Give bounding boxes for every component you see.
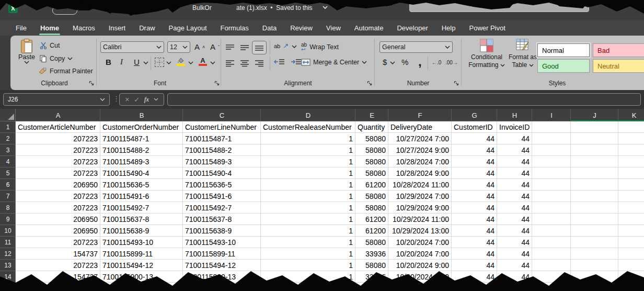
cell-A4[interactable]: 207223 bbox=[16, 156, 100, 167]
underline-button[interactable]: U bbox=[134, 58, 140, 66]
row-header-6[interactable]: 6 bbox=[0, 179, 16, 191]
cell-D9[interactable]: 1 bbox=[261, 214, 355, 225]
cell-C1[interactable]: CustomerLineNumber bbox=[183, 121, 261, 133]
cell-F3[interactable]: 10/27/2024 9:00 bbox=[388, 144, 452, 156]
accounting-format-button[interactable]: $ bbox=[383, 58, 387, 66]
row-header-4[interactable]: 4 bbox=[0, 156, 16, 167]
decrease-decimal-button[interactable]: .00→ bbox=[445, 60, 458, 65]
align-bottom-button[interactable] bbox=[252, 41, 267, 54]
tab-view[interactable]: View bbox=[319, 21, 348, 35]
row-header-13[interactable]: 13 bbox=[0, 260, 16, 271]
cell-D5[interactable]: 1 bbox=[261, 167, 355, 179]
cell-B3[interactable]: 7100115488-2 bbox=[100, 144, 183, 156]
cell-A13[interactable]: 207223 bbox=[16, 260, 100, 271]
row-header-8[interactable]: 8 bbox=[0, 202, 16, 214]
cell-A5[interactable]: 207223 bbox=[16, 167, 100, 179]
tab-developer[interactable]: Developer bbox=[390, 21, 434, 35]
orientation-button[interactable]: ab↗ bbox=[274, 42, 289, 50]
cell-E14[interactable]: 33936 bbox=[355, 271, 388, 283]
cell-I1[interactable] bbox=[532, 121, 571, 133]
column-header-J[interactable]: J bbox=[571, 109, 618, 121]
cell-H5[interactable]: 44 bbox=[497, 167, 532, 179]
cell-G9[interactable]: 44 bbox=[452, 214, 497, 225]
cell-D14[interactable]: 1 bbox=[261, 271, 355, 283]
cell-F2[interactable]: 10/27/2024 7:00 bbox=[388, 133, 452, 144]
cell-A10[interactable]: 206950 bbox=[16, 225, 100, 237]
cell-J14[interactable] bbox=[571, 271, 618, 283]
cell-D1[interactable]: CustomerRealeaseNumber bbox=[261, 121, 355, 133]
cell-D8[interactable]: 1 bbox=[261, 202, 355, 214]
cell-I7[interactable] bbox=[532, 191, 571, 202]
alignment-dialog-launcher-icon[interactable] bbox=[367, 81, 372, 86]
cell-B14[interactable]: 7100115900-13 bbox=[100, 271, 183, 283]
cell-H11[interactable]: 44 bbox=[497, 237, 532, 248]
decrease-indent-button[interactable] bbox=[274, 59, 285, 66]
cell-A1[interactable]: CustomerArticleNumber bbox=[16, 121, 100, 133]
style-normal[interactable]: Normal bbox=[537, 43, 590, 57]
title-chevron-down-icon[interactable] bbox=[322, 5, 328, 9]
tab-macros[interactable]: Macros bbox=[66, 21, 102, 35]
align-middle-icon[interactable] bbox=[239, 44, 250, 51]
cell-C13[interactable]: 7100115494-12 bbox=[183, 260, 261, 271]
cell-A11[interactable]: 207223 bbox=[16, 237, 100, 248]
cell-G11[interactable]: 44 bbox=[452, 237, 497, 248]
merge-center-button[interactable]: Merge & Center bbox=[301, 59, 367, 66]
cell-H9[interactable]: 44 bbox=[497, 214, 532, 225]
tab-formulas[interactable]: Formulas bbox=[214, 21, 256, 35]
cell-I8[interactable] bbox=[532, 202, 571, 214]
cell-B2[interactable]: 7100115487-1 bbox=[100, 133, 183, 144]
name-box[interactable]: J26 bbox=[3, 93, 110, 106]
cell-G3[interactable]: 44 bbox=[452, 144, 497, 156]
cell-K5[interactable] bbox=[618, 167, 644, 179]
italic-button[interactable]: I bbox=[120, 58, 123, 66]
number-format-select[interactable]: General bbox=[380, 41, 453, 53]
cell-J11[interactable] bbox=[571, 237, 618, 248]
cell-B5[interactable]: 7100115490-4 bbox=[100, 167, 183, 179]
cell-D12[interactable]: 1 bbox=[261, 248, 355, 260]
tab-insert[interactable]: Insert bbox=[102, 21, 133, 35]
column-header-D[interactable]: D bbox=[261, 109, 355, 121]
row-header-14[interactable]: 14 bbox=[0, 271, 16, 283]
enter-icon[interactable]: ✓ bbox=[134, 96, 140, 104]
cell-I9[interactable] bbox=[532, 214, 571, 225]
align-right-icon[interactable] bbox=[254, 60, 264, 67]
cell-G10[interactable]: 44 bbox=[452, 225, 497, 237]
cell-K12[interactable] bbox=[618, 248, 644, 260]
cell-F5[interactable]: 10/28/2024 9:00 bbox=[388, 167, 452, 179]
cell-E9[interactable]: 61200 bbox=[355, 214, 388, 225]
cell-C3[interactable]: 7100115488-2 bbox=[183, 144, 261, 156]
increase-decimal-button[interactable]: ←.0 bbox=[432, 60, 441, 65]
tab-draw[interactable]: Draw bbox=[132, 21, 162, 35]
cell-H3[interactable]: 44 bbox=[497, 144, 532, 156]
cell-J5[interactable] bbox=[571, 167, 618, 179]
cell-F9[interactable]: 10/29/2024 11:00 bbox=[388, 214, 452, 225]
cell-C9[interactable]: 7100115637-8 bbox=[183, 214, 261, 225]
cell-D4[interactable]: 1 bbox=[261, 156, 355, 167]
cell-H1[interactable]: InvoiceID bbox=[497, 121, 532, 133]
cell-G1[interactable]: CustomerID bbox=[452, 121, 497, 133]
cell-B9[interactable]: 7100115637-8 bbox=[100, 214, 183, 225]
cell-J4[interactable] bbox=[571, 156, 618, 167]
accounting-chevron-down-icon[interactable] bbox=[390, 61, 395, 64]
cell-A12[interactable]: 154737 bbox=[16, 248, 100, 260]
cell-E2[interactable]: 58080 bbox=[355, 133, 388, 144]
cell-G8[interactable]: 44 bbox=[452, 202, 497, 214]
cell-A3[interactable]: 207223 bbox=[16, 144, 100, 156]
cell-K10[interactable] bbox=[618, 225, 644, 237]
cell-B12[interactable]: 7100115899-11 bbox=[100, 248, 183, 260]
row-header-10[interactable]: 10 bbox=[0, 225, 16, 237]
insert-function-icon[interactable]: fx bbox=[144, 95, 149, 104]
formula-input[interactable] bbox=[167, 93, 641, 106]
cell-K13[interactable] bbox=[618, 260, 644, 271]
conditional-formatting-button[interactable]: Conditional Formatting bbox=[468, 39, 505, 69]
tab-file[interactable]: File bbox=[9, 21, 33, 35]
cell-C5[interactable]: 7100115490-4 bbox=[183, 167, 261, 179]
cell-B7[interactable]: 7100115491-6 bbox=[100, 191, 183, 202]
cell-J1[interactable] bbox=[571, 121, 618, 133]
cell-B6[interactable]: 7100115636-5 bbox=[100, 179, 183, 191]
cell-J3[interactable] bbox=[571, 144, 618, 156]
cell-E1[interactable]: Quantity bbox=[355, 121, 388, 133]
cell-F10[interactable]: 10/29/2024 13:00 bbox=[388, 225, 452, 237]
tab-home[interactable]: Home bbox=[33, 21, 66, 35]
cell-A2[interactable]: 207223 bbox=[16, 133, 100, 144]
